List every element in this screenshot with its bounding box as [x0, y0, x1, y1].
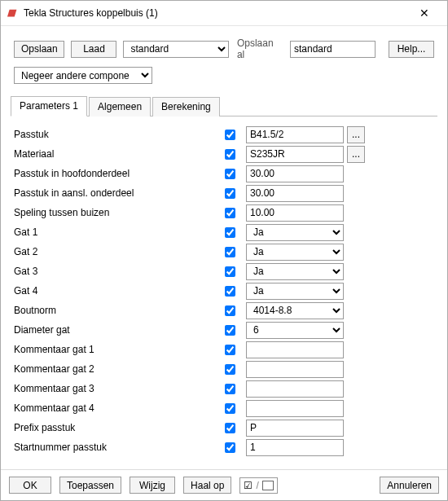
field-value-cell	[246, 361, 344, 378]
field-enable-checkbox[interactable]	[225, 130, 246, 140]
browse-button[interactable]: ...	[347, 126, 365, 143]
field-select[interactable]: Ja	[246, 263, 344, 280]
field-enable-checkbox[interactable]	[225, 325, 246, 336]
checkbox[interactable]	[225, 286, 235, 297]
field-enable-checkbox[interactable]	[225, 403, 246, 414]
save-button[interactable]: Opslaan	[14, 41, 64, 58]
field-input[interactable]	[246, 204, 344, 222]
field-value-cell: 6	[246, 322, 344, 339]
field-input[interactable]	[246, 361, 344, 378]
field-enable-checkbox[interactable]	[225, 149, 246, 160]
field-value-cell	[246, 165, 344, 182]
checkbox[interactable]	[225, 345, 235, 355]
field-value-cell: Ja	[246, 244, 344, 261]
check-icon: ☑	[244, 480, 253, 491]
checkbox[interactable]	[225, 325, 235, 336]
field-enable-checkbox[interactable]	[225, 442, 246, 453]
checkbox[interactable]	[225, 442, 235, 453]
field-select[interactable]: 4014-8.8	[246, 302, 344, 319]
ignore-select[interactable]: Negeer andere compone	[14, 67, 152, 84]
field-label: Prefix passtuk	[14, 422, 225, 433]
field-value-cell	[246, 341, 344, 358]
field-input[interactable]	[246, 380, 344, 398]
checkbox[interactable]	[225, 188, 235, 199]
field-value-cell	[246, 439, 344, 456]
checkbox[interactable]	[225, 247, 235, 257]
field-input[interactable]	[246, 420, 344, 437]
checkbox[interactable]	[225, 364, 235, 375]
help-button[interactable]: Help...	[389, 41, 434, 58]
field-enable-checkbox[interactable]	[225, 423, 246, 433]
field-value-cell	[246, 204, 344, 222]
cancel-button[interactable]: Annuleren	[380, 477, 439, 494]
field-select[interactable]: Ja	[246, 244, 344, 261]
field-input[interactable]	[246, 185, 344, 202]
field-label: Speling tussen buizen	[14, 207, 225, 218]
preset-name-input[interactable]	[290, 41, 376, 58]
field-row-prefix: Prefix passtuk	[14, 418, 434, 437]
field-row-passtuk_hoofd: Passtuk in hoofdonderdeel	[14, 164, 434, 183]
close-button[interactable]: ✕	[408, 7, 441, 20]
field-value-cell	[246, 380, 344, 398]
checkbox[interactable]	[225, 305, 235, 316]
field-value-cell	[246, 185, 344, 202]
tab-algemeen[interactable]: Algemeen	[89, 97, 151, 116]
checkbox[interactable]	[225, 227, 235, 238]
field-enable-checkbox[interactable]	[225, 188, 246, 199]
field-select[interactable]: Ja	[246, 283, 344, 300]
field-select[interactable]: 6	[246, 322, 344, 339]
field-select[interactable]: Ja	[246, 224, 344, 241]
checkbox[interactable]	[225, 208, 235, 218]
preset-select[interactable]: standard	[123, 41, 228, 58]
field-row-komm2: Kommentaar gat 2	[14, 359, 434, 379]
app-icon	[7, 7, 19, 19]
checkbox[interactable]	[225, 384, 235, 394]
tab-parameters-1[interactable]: Parameters 1	[11, 96, 87, 116]
field-input[interactable]	[246, 146, 344, 163]
tab-berekening[interactable]: Berekening	[152, 97, 220, 116]
load-button[interactable]: Laad	[71, 41, 116, 58]
field-enable-checkbox[interactable]	[225, 266, 246, 277]
field-enable-checkbox[interactable]	[225, 286, 246, 297]
field-row-komm1: Kommentaar gat 1	[14, 340, 434, 359]
field-enable-checkbox[interactable]	[225, 169, 246, 179]
checkbox[interactable]	[225, 130, 235, 140]
preset-toolbar: Opslaan Laad standard Opslaan al Help...	[1, 26, 447, 65]
field-input[interactable]	[246, 400, 344, 417]
checkbox[interactable]	[225, 169, 235, 179]
checkbox[interactable]	[225, 149, 235, 160]
status-indicator: ☑ /	[239, 477, 277, 494]
field-enable-checkbox[interactable]	[225, 247, 246, 257]
rect-icon	[262, 481, 274, 490]
field-row-passtuk_aansl: Passtuk in aansl. onderdeel	[14, 183, 434, 203]
checkbox[interactable]	[225, 423, 235, 433]
dialog-window: Tekla Structures koppelbuis (1) ✕ Opslaa…	[0, 0, 448, 501]
field-input[interactable]	[246, 341, 344, 358]
field-enable-checkbox[interactable]	[225, 305, 246, 316]
browse-button[interactable]: ...	[347, 146, 365, 163]
field-enable-checkbox[interactable]	[225, 227, 246, 238]
field-label: Materiaal	[14, 148, 225, 160]
field-enable-checkbox[interactable]	[225, 364, 246, 375]
field-label: Passtuk in aansl. onderdeel	[14, 187, 225, 199]
ok-button[interactable]: OK	[9, 477, 51, 494]
save-as-label: Opslaan al	[237, 37, 283, 60]
field-input[interactable]	[246, 126, 344, 143]
field-enable-checkbox[interactable]	[225, 384, 246, 394]
field-input[interactable]	[246, 165, 344, 182]
field-enable-checkbox[interactable]	[225, 208, 246, 218]
field-label: Passtuk	[14, 129, 225, 140]
button-bar: OK Toepassen Wijzig Haal op ☑ / Annulere…	[1, 469, 447, 500]
field-label: Gat 3	[14, 266, 225, 277]
get-button[interactable]: Haal op	[183, 477, 231, 494]
field-row-materiaal: Materiaal...	[14, 144, 434, 164]
field-enable-checkbox[interactable]	[225, 345, 246, 355]
checkbox[interactable]	[225, 266, 235, 277]
field-value-cell: Ja	[246, 224, 344, 241]
field-label: Gat 2	[14, 246, 225, 257]
field-input[interactable]	[246, 439, 344, 456]
modify-button[interactable]: Wijzig	[130, 477, 175, 494]
field-label: Gat 1	[14, 226, 225, 238]
apply-button[interactable]: Toepassen	[59, 477, 121, 494]
checkbox[interactable]	[225, 403, 235, 414]
